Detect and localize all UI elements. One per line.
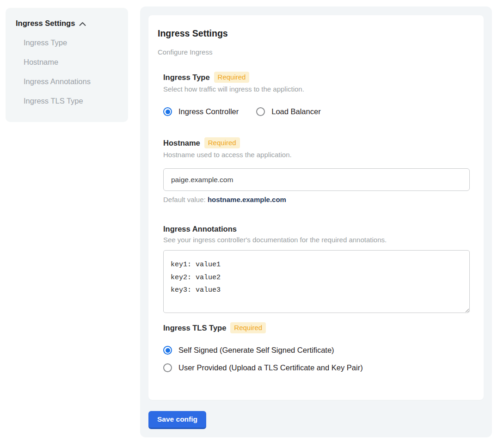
settings-nav-header[interactable]: Ingress Settings [16, 19, 118, 28]
ingress-form: Ingress Type Required Select how traffic… [163, 72, 470, 372]
ingress-annotations-label: Ingress Annotations [163, 224, 237, 233]
radio-user-provided[interactable] [163, 363, 172, 372]
sidebar-item-ingress-tls-type[interactable]: Ingress TLS Type [16, 96, 118, 105]
radio-option-user-provided[interactable]: User Provided (Upload a TLS Certificate … [163, 363, 470, 372]
chevron-up-icon[interactable] [79, 22, 86, 26]
sidebar-item-hostname[interactable]: Hostname [16, 57, 118, 67]
ingress-tls-radio-group: Self Signed (Generate Self Signed Certif… [163, 333, 470, 372]
radio-option-ingress-controller[interactable]: Ingress Controller [163, 107, 239, 116]
hostname-default-line: Default value: hostname.example.com [163, 196, 470, 203]
page-title: Ingress Settings [158, 28, 469, 39]
hostname-label: Hostname [163, 138, 200, 147]
page-subtitle: Configure Ingress [158, 48, 469, 56]
radio-load-balancer[interactable] [256, 107, 265, 116]
radio-option-self-signed[interactable]: Self Signed (Generate Self Signed Certif… [163, 346, 470, 355]
ingress-annotations-textarea[interactable]: key1: value1 key2: value2 key3: value3 [163, 250, 470, 313]
ingress-tls-type-label: Ingress TLS Type [163, 323, 226, 332]
sidebar-item-ingress-annotations[interactable]: Ingress Annotations [16, 77, 118, 86]
ingress-settings-card: Ingress Settings Configure Ingress Ingre… [148, 15, 484, 400]
settings-nav-header-label: Ingress Settings [16, 19, 75, 28]
hostname-help: Hostname used to access the application. [163, 151, 470, 159]
section-ingress-annotations: Ingress Annotations See your ingress con… [163, 224, 470, 313]
section-ingress-type: Ingress Type Required Select how traffic… [163, 72, 470, 116]
hostname-default-value: hostname.example.com [208, 196, 286, 203]
radio-label-user-provided: User Provided (Upload a TLS Certificate … [178, 363, 363, 372]
radio-option-load-balancer[interactable]: Load Balancer [256, 107, 320, 116]
section-ingress-tls-type: Ingress TLS Type Required Self Signed (G… [163, 322, 470, 372]
required-badge: Required [204, 137, 240, 148]
ingress-type-help: Select how traffic will ingress to the a… [163, 85, 470, 93]
radio-self-signed[interactable] [163, 346, 172, 355]
settings-nav: Ingress Settings Ingress Type Hostname I… [6, 8, 128, 122]
hostname-input[interactable] [163, 168, 470, 191]
radio-ingress-controller[interactable] [163, 107, 172, 116]
hostname-default-prefix: Default value: [163, 196, 208, 203]
section-hostname: Hostname Required Hostname used to acces… [163, 137, 470, 203]
radio-label-ingress-controller: Ingress Controller [178, 107, 239, 116]
sidebar-item-ingress-type[interactable]: Ingress Type [16, 38, 118, 47]
ingress-type-radio-group: Ingress Controller Load Balancer [163, 107, 470, 116]
required-badge: Required [214, 72, 250, 83]
required-badge: Required [230, 322, 266, 333]
ingress-type-label: Ingress Type [163, 73, 210, 82]
ingress-annotations-help: See your ingress controller's documentat… [163, 236, 470, 244]
radio-label-load-balancer: Load Balancer [271, 107, 320, 116]
page: Ingress Settings Ingress Type Hostname I… [0, 0, 504, 437]
main-panel: Ingress Settings Configure Ingress Ingre… [140, 6, 492, 437]
radio-label-self-signed: Self Signed (Generate Self Signed Certif… [178, 346, 334, 355]
save-config-button[interactable]: Save config [148, 411, 206, 429]
